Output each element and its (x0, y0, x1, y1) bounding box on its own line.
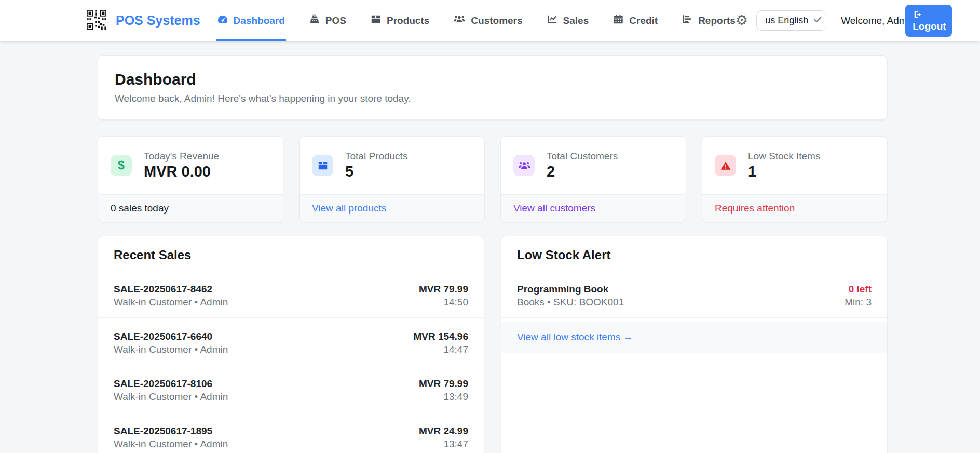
stat-card-low-stock: Low Stock Items 1 Requires attention (702, 136, 888, 222)
sale-row[interactable]: SALE-20250617-6640 Walk-in Customer • Ad… (98, 322, 484, 365)
sale-id: SALE-20250617-1895 (114, 425, 228, 437)
box-icon (312, 155, 333, 176)
chart-line-icon (547, 14, 558, 28)
sale-id: SALE-20250617-8462 (114, 284, 228, 295)
stats-row: $ Today's Revenue MVR 0.00 0 sales today (98, 136, 888, 222)
sale-time: 13:47 (419, 438, 468, 450)
brand-name: POS Systems (116, 13, 200, 28)
stat-body: Total Products 5 (300, 137, 484, 194)
calendar-icon (612, 14, 624, 28)
sale-meta: Walk-in Customer • Admin (114, 391, 228, 403)
nav-item-sales[interactable]: Sales (547, 0, 589, 41)
bottom-panels: Recent Sales SALE-20250617-8462 Walk-in … (98, 236, 888, 453)
stat-body: Total Customers 2 (501, 137, 686, 194)
stat-card-customers: Total Customers 2 View all customers (500, 136, 686, 222)
logout-button[interactable]: Logout (905, 5, 952, 37)
sale-time: 14:50 (419, 297, 468, 308)
nav-item-dashboard[interactable]: Dashboard (217, 0, 285, 41)
product-meta: Books • SKU: BOOK001 (517, 297, 624, 308)
tachometer-icon (217, 14, 228, 28)
stat-card-revenue: $ Today's Revenue MVR 0.00 0 sales today (98, 136, 283, 222)
view-all-products-link[interactable]: View all products (312, 203, 386, 214)
view-all-low-stock-link[interactable]: View all low stock items → (517, 331, 633, 342)
nav-item-customers[interactable]: Customers (453, 0, 522, 41)
sale-row[interactable]: SALE-20250617-1895 Walk-in Customer • Ad… (98, 416, 484, 453)
sale-amount: MVR 154.96 (413, 331, 468, 342)
requires-attention-text: Requires attention (715, 203, 795, 214)
page-header-card: Dashboard Welcome back, Admin! Here's wh… (98, 55, 888, 120)
stat-card-products: Total Products 5 View all products (299, 136, 485, 222)
brand[interactable]: POS Systems (87, 10, 200, 32)
settings-gear-icon[interactable]: ⚙ (736, 14, 748, 28)
qr-code-logo (87, 10, 106, 32)
navbar-right: ⚙ us English Welcome, Admin Logout (736, 5, 952, 37)
sale-time: 14:47 (413, 344, 468, 355)
chart-bars-icon (682, 14, 693, 28)
product-name: Programming Book (517, 284, 624, 295)
stat-value: 1 (748, 163, 820, 180)
sale-meta: Walk-in Customer • Admin (114, 438, 228, 450)
stat-footer: View all products (300, 194, 484, 222)
sale-time: 13:49 (419, 391, 468, 403)
nav-item-credit[interactable]: Credit (612, 0, 658, 41)
stat-footer: 0 sales today (98, 194, 283, 222)
language-select[interactable]: us English (756, 10, 826, 31)
page-subtitle: Welcome back, Admin! Here's what's happe… (115, 93, 870, 104)
recent-sales-panel: Recent Sales SALE-20250617-8462 Walk-in … (98, 236, 484, 453)
sale-row[interactable]: SALE-20250617-8462 Walk-in Customer • Ad… (98, 274, 484, 318)
stat-value: 5 (345, 163, 407, 180)
stock-min-text: Min: 3 (845, 297, 872, 308)
stock-left-badge: 0 left (845, 284, 872, 295)
top-navbar: POS Systems Dashboard (0, 0, 980, 41)
box-icon (370, 14, 382, 28)
main-nav: Dashboard POS (217, 0, 736, 41)
low-stock-footer: View all low stock items → (501, 322, 887, 353)
pos-dashboard-page: POS Systems Dashboard (0, 0, 980, 453)
stat-value: 2 (547, 163, 618, 180)
sign-out-icon (913, 9, 945, 21)
dollar-sign-icon: $ (111, 155, 132, 176)
stat-title: Low Stock Items (748, 151, 820, 162)
nav-label: Dashboard (234, 15, 285, 26)
low-stock-row[interactable]: Programming Book Books • SKU: BOOK001 0 … (501, 274, 887, 318)
stat-title: Total Products (345, 151, 407, 162)
page-title: Dashboard (115, 71, 870, 88)
nav-label: Customers (471, 15, 522, 26)
sale-amount: MVR 79.99 (419, 284, 468, 295)
logout-label: Logout (913, 21, 946, 32)
view-all-customers-link[interactable]: View all customers (513, 203, 595, 214)
stat-footer: View all customers (501, 194, 686, 222)
low-stock-title: Low Stock Alert (517, 248, 872, 262)
stat-body: Low Stock Items 1 (702, 137, 887, 194)
stat-footer: Requires attention (702, 194, 887, 222)
users-icon (513, 155, 535, 176)
language-selected-value: us English (765, 15, 808, 25)
nav-label: Credit (629, 15, 658, 26)
nav-label: Reports (698, 15, 736, 26)
nav-item-pos[interactable]: POS (309, 0, 346, 41)
sale-meta: Walk-in Customer • Admin (114, 344, 228, 355)
recent-sales-title: Recent Sales (114, 248, 468, 262)
sale-id: SALE-20250617-6640 (114, 331, 228, 342)
panel-header: Recent Sales (98, 236, 484, 274)
warning-triangle-icon (715, 155, 736, 176)
sale-id: SALE-20250617-8106 (114, 378, 228, 390)
welcome-text: Welcome, Admin (841, 14, 893, 28)
sale-amount: MVR 79.99 (419, 378, 468, 390)
sale-amount: MVR 24.99 (419, 425, 468, 437)
nav-item-products[interactable]: Products (370, 0, 429, 41)
select-caret-icon (812, 14, 823, 28)
stat-body: $ Today's Revenue MVR 0.00 (98, 137, 283, 194)
sales-today-text: 0 sales today (111, 203, 169, 214)
nav-label: POS (325, 15, 346, 26)
cash-register-icon (309, 14, 320, 28)
sale-meta: Walk-in Customer • Admin (114, 297, 228, 308)
low-stock-panel: Low Stock Alert Programming Book Books •… (501, 236, 888, 453)
panel-header: Low Stock Alert (501, 236, 887, 274)
nav-label: Sales (563, 15, 589, 26)
main-content: Dashboard Welcome back, Admin! Here's wh… (0, 41, 980, 453)
nav-item-reports[interactable]: Reports (682, 0, 736, 41)
sale-row[interactable]: SALE-20250617-8106 Walk-in Customer • Ad… (98, 369, 484, 412)
stat-value: MVR 0.00 (144, 163, 219, 180)
nav-label: Products (387, 15, 429, 26)
